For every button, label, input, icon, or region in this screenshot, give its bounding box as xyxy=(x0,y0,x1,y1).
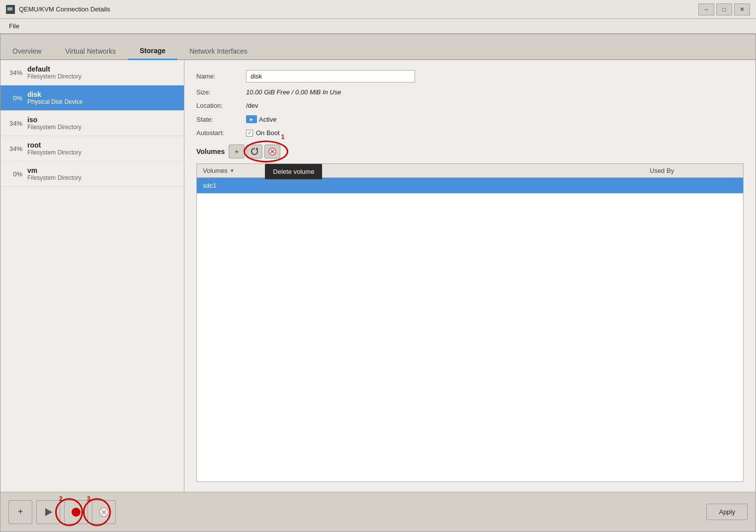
svg-rect-2 xyxy=(9,11,11,12)
storage-name-root: root xyxy=(27,141,178,149)
apply-button[interactable]: Apply xyxy=(706,504,748,520)
content-area: 34% default Filesystem Directory 0% disk… xyxy=(0,60,756,492)
storage-item-disk[interactable]: 0% disk Physical Disk Device xyxy=(0,85,184,111)
state-label: State: xyxy=(196,116,246,123)
volumes-header: Volumes + xyxy=(196,145,744,158)
titlebar: QEMU/KVM Connection Details – □ ✕ xyxy=(0,0,756,19)
tab-overview[interactable]: Overview xyxy=(0,43,53,60)
col-format: Format xyxy=(286,167,644,174)
vol-btn-group: + Delete volume xyxy=(229,145,280,158)
storage-list: 34% default Filesystem Directory 0% disk… xyxy=(0,60,184,492)
vol-row-name: sdc1 xyxy=(197,182,286,189)
start-icon xyxy=(43,507,53,517)
storage-type-iso: Filesystem Directory xyxy=(27,124,178,131)
storage-item-root[interactable]: 34% root Filesystem Directory xyxy=(0,136,184,161)
tab-storage[interactable]: Storage xyxy=(128,43,177,60)
table-row[interactable]: sdc1 xyxy=(197,178,743,193)
main-window: Overview Virtual Networks Storage Networ… xyxy=(0,34,756,532)
location-value: /dev xyxy=(246,102,258,109)
tab-virtual-networks[interactable]: Virtual Networks xyxy=(53,43,128,60)
storage-name-iso: iso xyxy=(27,116,178,124)
size-label: Size: xyxy=(196,88,246,96)
storage-item-iso[interactable]: 34% iso Filesystem Directory xyxy=(0,111,184,136)
menu-file[interactable]: File xyxy=(4,20,24,32)
storage-pct-iso: 34% xyxy=(6,120,22,127)
autostart-row: Autostart: ✓ On Boot xyxy=(196,129,744,137)
annotation-3-label: 3 xyxy=(87,495,90,502)
storage-pct-default: 34% xyxy=(6,69,22,76)
storage-name-default: default xyxy=(27,65,178,73)
storage-item-vm[interactable]: 0% vm Filesystem Directory xyxy=(0,161,184,187)
maximize-button[interactable]: □ xyxy=(716,3,732,15)
svg-marker-8 xyxy=(45,508,52,516)
tab-network-interfaces[interactable]: Network Interfaces xyxy=(177,43,259,60)
storage-type-root: Filesystem Directory xyxy=(27,149,178,156)
location-row: Location: /dev xyxy=(196,102,744,109)
refresh-volume-button[interactable] xyxy=(247,145,262,158)
start-pool-button[interactable] xyxy=(36,500,60,524)
storage-name-disk: disk xyxy=(27,90,178,98)
app-icon xyxy=(6,5,15,14)
add-volume-button[interactable]: + xyxy=(229,145,245,158)
state-icon xyxy=(246,115,257,123)
window-controls: – □ ✕ xyxy=(698,3,750,15)
col-used-by: Used By xyxy=(644,167,743,174)
volumes-label: Volumes xyxy=(196,148,225,155)
storage-info-disk: disk Physical Disk Device xyxy=(27,90,178,105)
storage-item-default[interactable]: 34% default Filesystem Directory xyxy=(0,60,184,85)
state-value: Active xyxy=(259,116,276,123)
autostart-checkbox[interactable]: ✓ xyxy=(246,130,253,137)
delete-pool-button[interactable] xyxy=(92,500,116,524)
storage-name-vm: vm xyxy=(27,166,178,174)
storage-type-disk: Physical Disk Device xyxy=(27,98,178,105)
storage-type-default: Filesystem Directory xyxy=(27,73,178,80)
autostart-label: Autostart: xyxy=(196,129,246,137)
svg-rect-3 xyxy=(8,12,12,13)
add-icon: + xyxy=(18,507,23,517)
delete-volume-button[interactable]: Delete volume xyxy=(264,145,280,158)
svg-point-9 xyxy=(72,508,81,517)
tabbar: Overview Virtual Networks Storage Networ… xyxy=(0,34,756,60)
bottom-left-buttons: + xyxy=(8,500,116,524)
delete-pool-icon xyxy=(99,507,109,517)
window-title: QEMU/KVM Connection Details xyxy=(19,5,110,13)
titlebar-left: QEMU/KVM Connection Details xyxy=(6,5,110,14)
storage-info-default: default Filesystem Directory xyxy=(27,65,178,80)
storage-info-iso: iso Filesystem Directory xyxy=(27,116,178,131)
volumes-dropdown-arrow[interactable]: ▼ xyxy=(230,168,235,173)
volumes-table: Volumes ▼ Format Used By sdc1 xyxy=(196,163,744,482)
storage-info-vm: vm Filesystem Directory xyxy=(27,166,178,181)
delete-tooltip: Delete volume xyxy=(265,164,322,179)
stop-pool-button[interactable] xyxy=(64,500,88,524)
annotation-1-label: 1 xyxy=(281,134,285,141)
autostart-checkbox-row: ✓ On Boot xyxy=(246,129,280,137)
storage-pct-disk: 0% xyxy=(6,94,22,102)
add-pool-button[interactable]: + xyxy=(8,500,32,524)
minimize-button[interactable]: – xyxy=(698,3,714,15)
name-input[interactable] xyxy=(246,70,415,82)
stop-icon xyxy=(71,507,81,517)
location-label: Location: xyxy=(196,102,246,109)
annotation-2-label: 2 xyxy=(59,495,63,502)
name-row: Name: xyxy=(196,70,744,82)
size-value: 10.00 GiB Free / 0.00 MiB In Use xyxy=(246,88,341,96)
close-button[interactable]: ✕ xyxy=(734,3,750,15)
menubar: File xyxy=(0,19,756,34)
autostart-text: On Boot xyxy=(256,129,280,137)
storage-type-vm: Filesystem Directory xyxy=(27,174,178,181)
storage-pct-root: 34% xyxy=(6,145,22,152)
details-panel: Name: Size: 10.00 GiB Free / 0.00 MiB In… xyxy=(184,60,756,492)
storage-info-root: root Filesystem Directory xyxy=(27,141,178,156)
size-row: Size: 10.00 GiB Free / 0.00 MiB In Use xyxy=(196,88,744,96)
refresh-icon xyxy=(251,148,258,155)
delete-icon xyxy=(268,148,276,155)
name-label: Name: xyxy=(196,73,246,80)
bottom-toolbar: + 2 3 Ap xyxy=(0,492,756,532)
state-row: State: Active xyxy=(196,115,744,123)
svg-rect-1 xyxy=(7,7,12,10)
storage-pct-vm: 0% xyxy=(6,170,22,178)
svg-marker-4 xyxy=(255,148,258,150)
